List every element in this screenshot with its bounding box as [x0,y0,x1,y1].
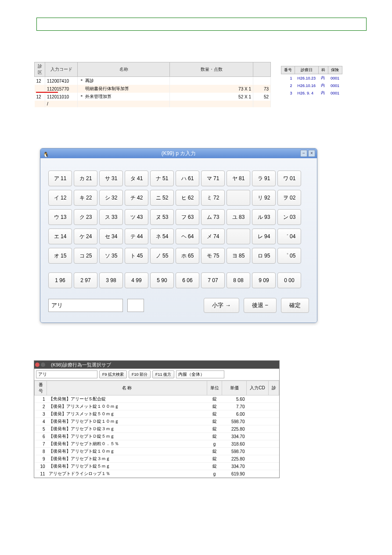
col-code: 入力コード [45,62,78,77]
kana-key[interactable]: リ 92 [252,190,276,206]
num-key[interactable]: 5 90 [150,272,174,288]
kana-key[interactable]: ホ 65 [176,248,199,264]
kana-key[interactable]: ニ 52 [150,190,174,206]
close-icon[interactable]: × [308,150,315,157]
num-key[interactable]: 7 07 [201,272,225,288]
entry-row[interactable]: / [35,101,271,107]
col-date: 診療日 [295,66,319,74]
kana-key[interactable]: モ 75 [201,248,225,264]
confirm-button[interactable]: 確定 [281,298,309,313]
kana-key[interactable]: ゛ 04 [277,229,301,244]
num-key[interactable]: 9 09 [252,272,276,288]
list-row[interactable]: 9【後発有】アリセプト錠３ｍｇ錠225.80 [35,455,279,463]
list-row[interactable]: 2【後発】アリスメット錠１００ｍｇ錠7.70 [35,403,279,410]
list-row[interactable]: 5【後発有】アリセプトＤ錠３ｍｇ錠225.80 [35,425,279,433]
kana-key[interactable]: レ 94 [252,229,276,244]
num-key[interactable]: 1 96 [48,272,72,288]
kana-key[interactable]: キ 22 [74,190,97,206]
col-dept: 科 [318,66,328,74]
kana-key[interactable]: ハ 61 [176,170,199,186]
kana-key[interactable]: ロ 95 [252,248,276,264]
list-row[interactable]: 10【後発有】アリセプト錠５ｍｇ錠334.70 [35,463,279,470]
kana-key[interactable]: ネ 54 [150,229,174,244]
kana-key[interactable]: メ 74 [201,229,225,244]
kana-key[interactable]: ル 93 [252,209,276,225]
num-key[interactable]: 6 06 [176,272,199,288]
kana-key[interactable]: ン 03 [277,209,301,225]
list-row[interactable]: 8【後発有】アリセプト錠１０ｍｇ錠598.70 [35,448,279,455]
backspace-button[interactable]: 後退 − [244,298,277,313]
kana-key[interactable]: ヤ 81 [227,170,250,186]
col-category: 診区 [35,62,45,77]
kana-key[interactable]: ワ 01 [277,170,301,186]
kana-key[interactable] [227,229,250,244]
kana-key[interactable]: ト 45 [125,248,148,264]
num-key[interactable]: 4 99 [125,272,148,288]
kana-key[interactable]: ヘ 64 [176,229,199,244]
kana-key[interactable]: サ 31 [99,170,123,186]
kana-key[interactable]: ソ 35 [99,248,123,264]
kana-key[interactable]: オ 15 [48,248,72,264]
list-row[interactable]: 4【後発有】アリセプトＤ錠１０ｍｇ錠598.70 [35,418,279,425]
list-row[interactable]: 6【後発有】アリセプトＤ錠５ｍｇ錠334.70 [35,433,279,440]
entry-row[interactable]: 112015770 明細書発行体制等加算73 X 173 [35,85,271,93]
kana-key[interactable]: ツ 43 [125,209,148,225]
minimize-icon[interactable]: − [300,150,307,157]
kana-key[interactable]: ア 11 [48,170,72,186]
num-key[interactable]: 3 98 [99,272,123,288]
f10-button[interactable]: F10 部分 [129,370,151,378]
entry-row[interactable]: 12112007410＊ 再診 [35,77,271,85]
kana-key[interactable]: ム 73 [201,209,225,225]
list-row[interactable]: 7【後発有】アリセプト細粒０．５％g318.60 [35,440,279,448]
kana-key[interactable]: ケ 24 [74,229,97,244]
category-select[interactable] [176,370,224,378]
kana-key[interactable]: ヒ 62 [176,190,199,206]
close-dot-icon[interactable] [35,363,40,367]
kana-key[interactable]: イ 12 [48,190,72,206]
kana-key[interactable]: テ 44 [125,229,148,244]
kana-key[interactable]: ヌ 53 [150,209,174,225]
list-row[interactable]: 1【先発無】アリーゼＳ配合錠錠5.60 [35,395,279,403]
dialog-titlebar: 🐧 (K99) p カ入力 − × [40,149,317,158]
kana-key[interactable]: ミ 72 [201,190,225,206]
kana-key[interactable]: ヲ 02 [277,190,301,206]
kana-key[interactable]: ス 33 [99,209,123,225]
kana-key[interactable]: ナ 51 [150,170,174,186]
kana-key[interactable]: ク 23 [74,209,97,225]
history-row[interactable]: 3H26. 9. 4内0001 [281,89,342,97]
history-row[interactable]: 2H26.10.16内0001 [281,82,342,89]
lcol-cd: 入力CD [247,381,269,395]
kana-key[interactable]: チ 42 [125,190,148,206]
kana-key[interactable]: ユ 83 [227,209,250,225]
num-key[interactable]: 8 08 [227,272,250,288]
f9-button[interactable]: F9 拡大検索 [99,370,127,378]
kana-key[interactable]: セ 34 [99,229,123,244]
col-ins: 保険 [328,66,342,74]
kana-key[interactable]: フ 63 [176,209,199,225]
lcol-unit: 単位 [207,381,222,395]
kana-key[interactable]: シ 32 [99,190,123,206]
kana-input[interactable] [48,299,123,312]
kana-key[interactable]: ヨ 85 [227,248,250,264]
kana-key[interactable]: ウ 13 [48,209,72,225]
small-char-button[interactable]: 小字 → [204,298,239,313]
kana-key[interactable]: ノ 55 [150,248,174,264]
kana-key[interactable]: コ 25 [74,248,97,264]
history-row[interactable]: 1H26.10.23内0001 [281,74,342,82]
min-dot-icon[interactable] [41,363,45,367]
list-row[interactable]: 11アリセプトドライシロップ１％g619.90 [35,470,279,478]
num-key[interactable]: 0 00 [277,272,301,288]
num-key[interactable]: 2 97 [74,272,97,288]
kana-key[interactable]: ラ 91 [252,170,276,186]
entry-row[interactable]: 12112011010＊ 外来管理加算52 X 152 [35,93,271,101]
kana-key[interactable] [227,190,250,206]
kana-key[interactable]: マ 71 [201,170,225,186]
kana-key[interactable]: カ 21 [74,170,97,186]
kana-key[interactable]: エ 14 [48,229,72,244]
f11-button[interactable]: F11 後方 [152,370,174,378]
kana-aux-input[interactable] [127,299,144,312]
list-row[interactable]: 3【後発】アリスメット錠５０ｍｇ錠6.00 [35,410,279,418]
kana-key[interactable]: タ 41 [125,170,148,186]
list-search-input[interactable] [36,370,97,378]
kana-key[interactable]: ゜ 05 [277,248,301,264]
